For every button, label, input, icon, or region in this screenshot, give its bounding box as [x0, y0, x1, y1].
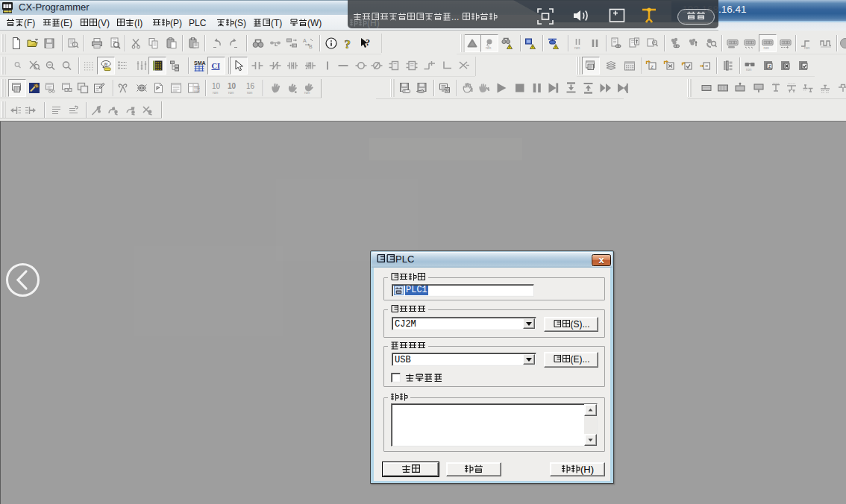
svg-text:?: ? [345, 37, 351, 51]
svg-text:ron: ron [574, 45, 580, 50]
svg-text:16: 16 [246, 82, 255, 90]
svg-text:ron: ron [746, 67, 751, 72]
svg-text:ron: ron [304, 90, 310, 95]
svg-text:w: w [104, 61, 108, 66]
svg-text:?: ? [366, 37, 370, 48]
svg-text:z: z [768, 63, 771, 69]
svg-text:ron: ron [804, 45, 809, 50]
svg-text:A: A [303, 38, 307, 43]
svg-text:002: 002 [194, 89, 200, 93]
svg-text:10: 10 [228, 82, 236, 90]
svg-text:z: z [651, 63, 654, 70]
svg-text:10: 10 [212, 82, 221, 90]
svg-text:ron: ron [764, 45, 769, 50]
svg-text:ron: ron [247, 90, 252, 95]
svg-text:ron: ron [486, 45, 491, 50]
svg-text:ron: ron [213, 90, 218, 95]
svg-text:ron: ron [228, 90, 234, 95]
svg-text:SMA: SMA [194, 60, 206, 66]
svg-text:CI: CI [212, 62, 221, 70]
